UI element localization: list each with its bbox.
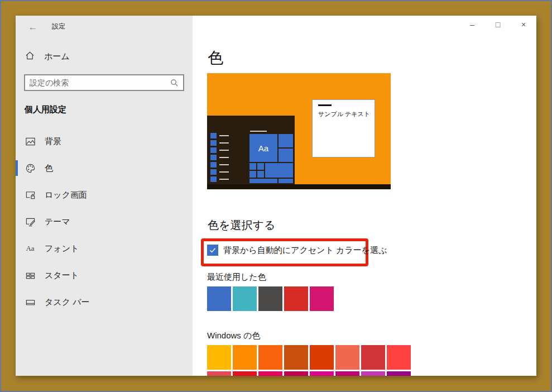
preview-tile [279,134,293,147]
color-swatch[interactable] [361,345,385,370]
choose-color-heading: 色を選択する [208,218,275,233]
search-box [24,74,184,91]
color-swatch[interactable] [258,371,282,376]
sidebar-item-label: ロック画面 [45,190,87,200]
preview-sample-text: サンプル テキスト [318,110,370,118]
sidebar-item-home[interactable]: ホーム [16,47,193,65]
sidebar-item-taskbar[interactable]: タスク バー [16,292,193,312]
sidebar-item-label: 色 [45,163,53,174]
color-swatch[interactable] [207,286,231,311]
sidebar-item-themes[interactable]: テーマ [16,212,193,232]
back-button[interactable]: ← [21,19,45,36]
color-swatch[interactable] [207,371,231,376]
close-button[interactable]: × [511,16,536,34]
close-icon: × [521,20,526,29]
color-swatch[interactable] [233,345,257,370]
sidebar-item-fonts[interactable]: Aa フォント [16,238,193,259]
sidebar-item-label: テーマ [45,217,70,227]
color-swatch[interactable] [258,345,282,370]
preview-tile [249,171,256,178]
color-swatch[interactable] [387,345,411,370]
color-swatch[interactable] [207,345,231,370]
preview-aa-tile: Aa [249,134,277,162]
maximize-icon: □ [496,20,500,29]
color-swatch[interactable] [310,345,334,370]
window-title: 設定 [52,22,65,31]
preview-tile [279,149,293,162]
settings-window: ← 設定 ホーム 個人用設定 [16,16,536,376]
preview-menu-labels [219,135,229,184]
sidebar-nav: 背景 色 ロック画面 [16,131,193,312]
preview-tile [257,163,264,170]
theme-icon [25,217,36,227]
color-swatch[interactable] [310,371,334,376]
sidebar-item-lock-screen[interactable]: ロック画面 [16,185,193,205]
windows-colors-heading: Windows の色 [207,331,260,341]
auto-accent-checkbox-row[interactable]: 背景から自動的にアクセント カラーを選ぶ [207,245,387,256]
preview-sample-titlebar [318,104,332,106]
color-swatch[interactable] [387,371,411,376]
color-swatch[interactable] [284,371,308,376]
page-title: 色 [208,47,223,69]
home-icon [25,50,35,63]
window-controls: – □ × [459,16,536,34]
main-content: – □ × 色 Aa [193,16,536,376]
preview-tile [279,179,293,183]
back-arrow-icon: ← [28,22,38,33]
image-icon [25,136,36,147]
preview-tile [249,163,256,170]
palette-icon [25,163,36,174]
font-icon: Aa [25,244,36,253]
windows-colors-grid [207,345,411,376]
recent-colors-row [207,286,411,311]
color-swatch[interactable] [284,286,308,311]
sidebar-item-background[interactable]: 背景 [16,131,193,151]
color-swatch[interactable] [284,345,308,370]
color-swatch[interactable] [335,345,359,370]
recent-colors-heading: 最近使用した色 [207,272,266,283]
preview-tile [257,171,264,178]
desktop-background: ← 設定 ホーム 個人用設定 [0,0,552,392]
color-swatch[interactable] [233,286,257,311]
sidebar-item-label: 背景 [45,136,61,147]
maximize-button[interactable]: □ [485,16,511,34]
sidebar-item-start[interactable]: スタート [16,265,193,285]
sidebar-item-label: ホーム [44,51,70,62]
taskbar-icon [25,297,36,308]
checkbox-label: 背景から自動的にアクセント カラーを選ぶ [223,245,387,256]
preview-tile [265,163,293,178]
preview-taskbar [207,184,391,189]
sidebar-section-title: 個人用設定 [25,104,66,115]
checkmark-icon [209,246,217,254]
preview-tile-group-label [250,131,267,132]
preview-menu-items [210,133,217,183]
minimize-button[interactable]: – [459,16,485,34]
sidebar-item-label: スタート [45,270,79,281]
search-icon [170,79,179,87]
preview-tile [249,179,277,183]
color-swatch[interactable] [310,286,334,311]
sidebar-item-colors[interactable]: 色 [16,158,193,178]
search-input[interactable] [25,78,170,87]
color-swatch[interactable] [361,371,385,376]
color-swatch[interactable] [335,371,359,376]
preview-sample-window: サンプル テキスト [312,99,375,157]
sidebar-item-label: フォント [45,243,79,254]
color-swatch[interactable] [258,286,282,311]
preview-start-menu: Aa [207,116,295,184]
minimize-icon: – [470,20,474,29]
lock-screen-icon [25,190,36,200]
sidebar-item-label: タスク バー [45,297,90,308]
color-swatch[interactable] [233,371,257,376]
checkbox-checked[interactable] [207,245,218,256]
sidebar: ← 設定 ホーム 個人用設定 [16,16,193,376]
preview-tile-label: Aa [258,144,268,153]
theme-preview: Aa サンプル テキスト [207,73,391,189]
start-icon [25,270,36,281]
